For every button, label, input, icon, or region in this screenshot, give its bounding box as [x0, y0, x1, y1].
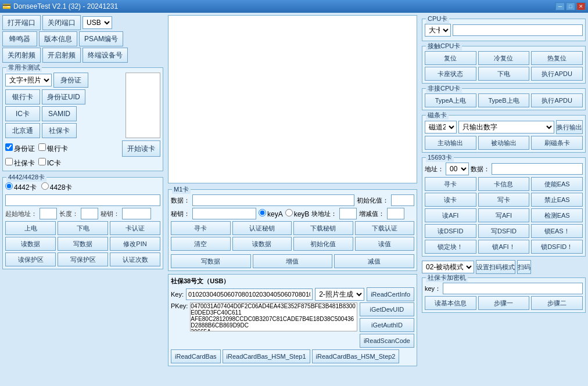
m1-init-value-btn[interactable]: 初始化值	[293, 237, 353, 251]
read-card-bas-hsm1-btn[interactable]: iReadCardBas_HSM_Step1	[223, 349, 310, 363]
open-port-button[interactable]: 打开端口	[2, 15, 41, 30]
cold-reset-btn[interactable]: 冷复位	[478, 51, 530, 65]
cpu-size-select[interactable]: 大卡	[425, 24, 451, 37]
hot-reset-btn[interactable]: 热复位	[531, 51, 583, 65]
track-select[interactable]: 磁道2	[425, 121, 457, 134]
m1-write-data-btn[interactable]: 写数据	[171, 254, 251, 268]
auth-count-btn[interactable]: 认证次数	[110, 252, 160, 266]
modify-pin-btn[interactable]: 修改PIN	[110, 237, 160, 251]
get-dev-uid-btn[interactable]: iGetDevUID	[360, 302, 414, 316]
social-card-checkbox[interactable]	[5, 158, 13, 165]
ic-card-button[interactable]: IC卡	[5, 106, 40, 121]
power-on-btn[interactable]: 上电	[5, 221, 56, 235]
secret-key-input[interactable]: FFFFFF	[122, 208, 151, 219]
maximize-button[interactable]: □	[566, 2, 575, 10]
photo-gen-select[interactable]: 2-照片生成	[315, 288, 364, 301]
beijing-button[interactable]: 北京通	[5, 123, 40, 138]
social-card-checkbox-label[interactable]: 社保卡	[5, 158, 35, 168]
step2-btn[interactable]: 步骤二	[531, 296, 583, 310]
read-dsfid-btn[interactable]: 读DSFID	[425, 224, 476, 238]
passive-output-btn[interactable]: 被动输出	[478, 136, 530, 150]
execute-apdu-btn[interactable]: 执行APDU	[531, 67, 583, 81]
get-auth-id-btn[interactable]: iGetAuthID	[360, 318, 414, 332]
scan-btn[interactable]: 扫码	[517, 260, 531, 274]
m1-data-input[interactable]: 11223344556677889900AABBCCDDEEFF	[192, 194, 354, 206]
execute-apdu2-btn[interactable]: 执行APDU	[531, 93, 583, 107]
version-button[interactable]: 版本信息	[39, 31, 77, 46]
detect-eas-btn[interactable]: 检测EAS	[531, 208, 583, 222]
read-basic-info-btn[interactable]: 读基本信息	[425, 296, 476, 310]
inc-dec-input[interactable]: 10	[387, 208, 404, 219]
inc-btn[interactable]: 增值	[253, 254, 333, 268]
read-cert-info-btn[interactable]: iReadCertInfo	[367, 287, 414, 301]
reset-btn[interactable]: 复位	[425, 51, 476, 65]
block-addr-input[interactable]: 04	[339, 208, 357, 219]
m1-key-input[interactable]: FFFFFFFFFFFF	[192, 208, 256, 219]
erase-mag-btn[interactable]: 刷磁条卡	[531, 136, 583, 150]
disable-eas-btn[interactable]: 禁止EAS	[531, 193, 583, 207]
typea-btn[interactable]: TypeA上电	[425, 93, 476, 107]
social-card-button[interactable]: 社保卡	[42, 123, 77, 138]
write-protect-btn[interactable]: 写保护区	[58, 252, 108, 266]
change-output-btn[interactable]: 换行输出	[556, 120, 583, 134]
id-card-uid-button[interactable]: 身份证UID	[42, 89, 85, 104]
key-b-radio[interactable]	[285, 209, 293, 217]
length-input[interactable]: 16	[81, 208, 98, 219]
scan-mode-select[interactable]: 02-被动模式	[422, 261, 474, 273]
terminal-button[interactable]: 终端设备号	[83, 48, 128, 63]
read-card-bas-hsm2-btn[interactable]: iReadCardBas_HSM_Step2	[312, 349, 400, 363]
lock-afi-btn[interactable]: 锁AFI！	[478, 240, 530, 254]
power-off-btn[interactable]: 下电	[58, 221, 108, 235]
id-card-checkbox-label[interactable]: 身份证	[5, 143, 35, 154]
lock-dsfid-btn[interactable]: 锁DSFID！	[531, 240, 583, 254]
samid-button[interactable]: SAMID	[42, 106, 77, 121]
bank-card-checkbox[interactable]	[38, 143, 46, 151]
close-button[interactable]: ✕	[576, 2, 586, 10]
write-dsfid-btn[interactable]: 写DSFID	[478, 224, 530, 238]
key-a-radio[interactable]	[259, 209, 266, 217]
close-port-button[interactable]: 关闭端口	[42, 15, 81, 30]
card-info-btn[interactable]: 卡信息	[478, 177, 530, 191]
init-value-input[interactable]: 256	[391, 194, 414, 206]
card-slot-btn[interactable]: 卡座状态	[425, 67, 476, 81]
addr-select[interactable]: 00	[446, 163, 469, 175]
pkey-textarea[interactable]: 0470031A07404D0F2C06AD4EA43E352F875BFE3B…	[190, 302, 357, 331]
radio4442[interactable]	[5, 182, 13, 190]
close-rf-button[interactable]: 关闭射频	[2, 48, 41, 63]
bank-card-checkbox-label[interactable]: 银行卡	[38, 143, 68, 154]
iso-find-card-btn[interactable]: 寻卡	[425, 177, 476, 191]
step1-btn[interactable]: 步骤一	[478, 296, 530, 310]
read-afi-btn[interactable]: 读AFI	[425, 208, 476, 222]
psam-button[interactable]: PSAM编号	[79, 31, 123, 46]
lock-protect-btn[interactable]: 读保护区	[5, 252, 56, 266]
write-card-btn[interactable]: 写卡	[478, 193, 530, 207]
card-type-select[interactable]: 文字+照片	[5, 74, 52, 86]
write-data-btn[interactable]: 写数据	[58, 237, 108, 251]
typeb-btn[interactable]: TypeB上电	[478, 93, 530, 107]
bank-card-button[interactable]: 银行卡	[5, 89, 40, 104]
active-output-btn[interactable]: 主动输出	[425, 136, 476, 150]
radio4428[interactable]	[41, 182, 49, 190]
clear-btn[interactable]: 清空	[171, 237, 231, 251]
encrypt-key-input[interactable]: 01020304050607080102030405060708	[443, 283, 583, 294]
scan-code-btn[interactable]: iReadScanCode	[360, 334, 414, 348]
cpu-card-value[interactable]: 0084000008	[453, 24, 583, 36]
output-select[interactable]: 只输出数字	[458, 121, 554, 134]
start-read-button[interactable]: 开始读卡	[122, 140, 160, 157]
read-card-bas-btn[interactable]: iReadCardBas	[171, 349, 221, 363]
id-card-button[interactable]: 身份证	[53, 73, 88, 88]
start-addr-input[interactable]: 32	[40, 208, 57, 219]
m1-read-data-btn[interactable]: 读数据	[232, 237, 292, 251]
read-data-btn[interactable]: 读数据	[5, 237, 56, 251]
set-decode-btn[interactable]: 设置扫码模式	[476, 260, 515, 274]
write-afi-btn[interactable]: 写AFI	[478, 208, 530, 222]
m1-read-value-btn[interactable]: 读值	[355, 237, 415, 251]
card4442-data[interactable]: 11223344556677889900AABBCCDDEEFF	[5, 194, 160, 206]
buzzer-button[interactable]: 蜂鸣器	[2, 31, 37, 46]
lock-block-btn[interactable]: 锁定块！	[425, 240, 476, 254]
dec-btn[interactable]: 减值	[334, 254, 414, 268]
data-input-15693[interactable]: 12345678	[492, 163, 583, 175]
social-key-input[interactable]	[186, 288, 313, 300]
m1-find-card-btn[interactable]: 寻卡	[171, 221, 231, 235]
lock-eas-btn[interactable]: 锁EAS！	[531, 224, 583, 238]
